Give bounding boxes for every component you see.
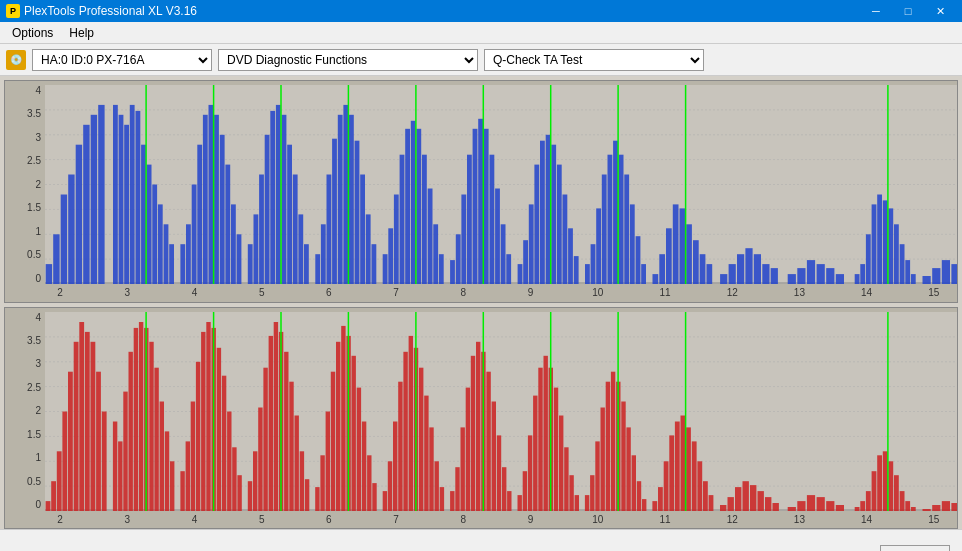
svg-rect-180 [51, 481, 56, 511]
svg-rect-48 [254, 214, 259, 284]
svg-rect-63 [343, 105, 348, 284]
svg-rect-67 [366, 214, 371, 284]
svg-rect-276 [595, 441, 599, 511]
menu-help[interactable]: Help [61, 24, 102, 42]
svg-rect-29 [136, 111, 141, 284]
svg-rect-71 [394, 195, 399, 285]
svg-rect-257 [486, 371, 490, 510]
svg-rect-204 [191, 401, 195, 511]
svg-rect-272 [569, 475, 573, 511]
svg-rect-199 [160, 401, 164, 511]
svg-rect-231 [341, 325, 345, 510]
svg-rect-88 [495, 189, 500, 285]
menu-bar: Options Help [0, 22, 962, 44]
svg-rect-255 [476, 341, 480, 510]
svg-rect-306 [797, 501, 805, 511]
bottom-chart-y-axis: 4 3.5 3 2.5 2 1.5 1 0.5 0 [5, 312, 45, 511]
svg-rect-92 [523, 240, 528, 284]
svg-rect-203 [186, 441, 190, 511]
svg-rect-229 [331, 371, 335, 510]
svg-rect-222 [289, 381, 293, 510]
svg-rect-72 [400, 155, 405, 284]
svg-rect-286 [652, 501, 657, 511]
svg-rect-290 [675, 421, 680, 511]
svg-rect-20 [68, 175, 74, 285]
svg-rect-239 [388, 461, 392, 511]
svg-rect-294 [697, 461, 702, 511]
start-button[interactable]: Start [880, 545, 950, 552]
svg-rect-189 [102, 411, 107, 511]
svg-rect-263 [523, 471, 527, 511]
svg-rect-82 [461, 195, 466, 285]
svg-rect-132 [817, 264, 825, 284]
svg-rect-57 [304, 244, 309, 284]
svg-rect-59 [321, 224, 326, 284]
maximize-button[interactable]: □ [892, 0, 924, 22]
svg-rect-112 [641, 264, 646, 284]
svg-rect-119 [693, 240, 699, 284]
svg-rect-273 [575, 495, 579, 511]
svg-rect-83 [467, 155, 472, 284]
svg-rect-104 [596, 208, 601, 284]
bottom-chart-x-axis: 2 3 4 5 6 7 8 9 10 11 12 13 14 15 [45, 510, 949, 528]
svg-rect-27 [124, 125, 129, 284]
svg-rect-141 [888, 208, 893, 284]
svg-rect-28 [130, 105, 135, 284]
svg-rect-56 [298, 214, 303, 284]
svg-rect-319 [900, 491, 905, 511]
svg-rect-143 [900, 244, 905, 284]
svg-rect-33 [158, 204, 163, 284]
svg-rect-65 [355, 141, 360, 284]
svg-rect-129 [788, 274, 796, 284]
svg-rect-142 [894, 224, 899, 284]
svg-rect-37 [186, 224, 191, 284]
svg-rect-226 [315, 487, 319, 511]
svg-rect-115 [666, 228, 672, 284]
svg-rect-58 [315, 254, 320, 284]
svg-rect-221 [284, 351, 288, 510]
svg-rect-303 [765, 497, 771, 511]
svg-rect-317 [888, 461, 893, 511]
svg-rect-201 [170, 461, 174, 511]
svg-rect-94 [534, 165, 539, 284]
svg-rect-117 [680, 208, 686, 284]
svg-rect-193 [129, 351, 133, 510]
svg-rect-318 [894, 475, 899, 511]
svg-rect-32 [152, 185, 157, 285]
svg-rect-243 [409, 335, 413, 510]
svg-rect-217 [263, 367, 267, 510]
svg-rect-86 [484, 129, 489, 284]
svg-rect-218 [269, 335, 273, 510]
svg-rect-266 [538, 367, 542, 510]
svg-rect-271 [564, 447, 568, 511]
svg-rect-228 [326, 411, 330, 511]
svg-rect-275 [590, 475, 594, 511]
function-select[interactable]: DVD Diagnostic Functions [218, 49, 478, 71]
svg-rect-38 [192, 185, 197, 285]
svg-rect-75 [416, 129, 421, 284]
svg-rect-245 [419, 367, 423, 510]
svg-rect-299 [735, 487, 741, 511]
app-icon: P [6, 4, 20, 18]
minimize-button[interactable]: ─ [860, 0, 892, 22]
svg-rect-105 [602, 175, 607, 285]
svg-rect-191 [118, 441, 122, 511]
svg-rect-184 [74, 341, 79, 510]
svg-rect-30 [141, 145, 146, 284]
svg-rect-62 [338, 115, 343, 284]
close-button[interactable]: ✕ [924, 0, 956, 22]
menu-options[interactable]: Options [4, 24, 61, 42]
drive-select[interactable]: HA:0 ID:0 PX-716A [32, 49, 212, 71]
svg-rect-190 [113, 421, 117, 511]
svg-rect-215 [253, 451, 257, 511]
svg-rect-26 [119, 115, 124, 284]
svg-rect-111 [636, 236, 641, 284]
svg-rect-136 [860, 264, 865, 284]
svg-rect-279 [611, 371, 615, 510]
svg-rect-235 [362, 421, 366, 511]
svg-rect-126 [754, 254, 761, 284]
svg-rect-197 [149, 341, 153, 510]
test-select[interactable]: Q-Check TA Test [484, 49, 704, 71]
svg-rect-68 [372, 244, 377, 284]
svg-rect-52 [276, 105, 281, 284]
